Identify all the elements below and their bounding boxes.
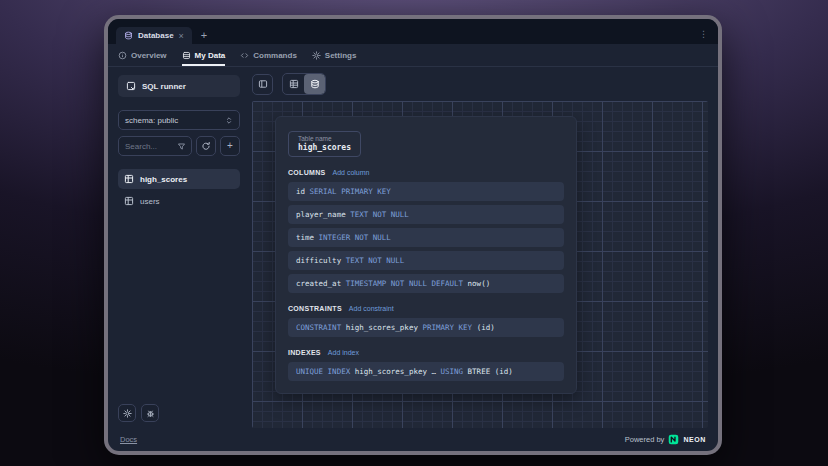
index-row[interactable]: UNIQUE INDEX high_scores_pkey … USING BT… xyxy=(288,362,564,381)
indexes-section-header: INDEXES Add index xyxy=(288,349,564,356)
table-name-field[interactable]: Table name high_scores xyxy=(288,131,361,157)
table-icon xyxy=(124,196,134,206)
add-table-button[interactable]: + xyxy=(220,136,240,156)
tab-commands-label: Commands xyxy=(253,51,297,60)
window-footer: Docs Powered by NEON xyxy=(108,428,718,451)
console-icon xyxy=(126,81,136,91)
filter-icon[interactable] xyxy=(177,142,186,151)
search-input[interactable] xyxy=(125,142,177,151)
table-item-label: high_scores xyxy=(140,175,187,184)
schema-select[interactable]: schema: public xyxy=(118,110,240,130)
bug-icon xyxy=(146,409,155,418)
tab-close-icon[interactable]: × xyxy=(179,31,184,41)
table-item-high-scores[interactable]: high_scores xyxy=(118,169,240,189)
constraints-list: CONSTRAINT high_scores_pkey PRIMARY KEY … xyxy=(288,318,564,337)
sidebar-bottom-actions xyxy=(118,404,240,422)
database-icon xyxy=(182,51,191,60)
indexes-header: INDEXES xyxy=(288,349,321,356)
columns-header: COLUMNS xyxy=(288,169,326,176)
add-constraint-link[interactable]: Add constraint xyxy=(349,305,394,312)
desktop-background: Database × + ⋮ Overview xyxy=(0,0,828,466)
tab-settings-label: Settings xyxy=(325,51,357,60)
table-item-users[interactable]: users xyxy=(118,191,240,211)
code-icon xyxy=(240,51,249,60)
gear-icon xyxy=(123,409,132,418)
tab-strip: Database × + ⋮ xyxy=(108,19,718,44)
table-editor-card: Table name high_scores COLUMNS Add colum… xyxy=(275,116,577,394)
add-column-link[interactable]: Add column xyxy=(333,169,370,176)
indexes-list: UNIQUE INDEX high_scores_pkey … USING BT… xyxy=(288,362,564,381)
powered-by-label: Powered by xyxy=(625,435,665,444)
grid-view-button[interactable] xyxy=(283,74,304,94)
tab-commands[interactable]: Commands xyxy=(240,44,297,66)
window-menu-icon[interactable]: ⋮ xyxy=(699,29,708,39)
tab-overview[interactable]: Overview xyxy=(118,44,167,66)
side-panel-toggle-button[interactable] xyxy=(252,74,273,95)
refresh-button[interactable] xyxy=(196,136,216,156)
table-icon xyxy=(124,174,134,184)
column-row[interactable]: difficulty TEXT NOT NULL xyxy=(288,251,564,270)
schema-view-button[interactable] xyxy=(304,74,325,94)
tab-overview-label: Overview xyxy=(131,51,167,60)
column-row[interactable]: created_at TIMESTAMP NOT NULL DEFAULT no… xyxy=(288,274,564,293)
database-app-window: Database × + ⋮ Overview xyxy=(108,19,718,451)
tab-title: Database xyxy=(138,31,174,40)
grid-view-icon xyxy=(289,79,299,89)
search-box[interactable] xyxy=(118,136,192,156)
column-row[interactable]: player_name TEXT NOT NULL xyxy=(288,205,564,224)
columns-list: id SERIAL PRIMARY KEY player_name TEXT N… xyxy=(288,182,564,293)
column-row[interactable]: id SERIAL PRIMARY KEY xyxy=(288,182,564,201)
docs-link[interactable]: Docs xyxy=(120,435,137,444)
main-area: Table name high_scores COLUMNS Add colum… xyxy=(246,67,718,428)
sql-runner-label: SQL runner xyxy=(142,82,186,91)
database-tab-icon xyxy=(124,31,133,40)
app-window-frame: Database × + ⋮ Overview xyxy=(104,15,722,455)
gear-icon xyxy=(312,51,321,60)
sql-runner-button[interactable]: SQL runner xyxy=(118,75,240,97)
info-icon xyxy=(118,51,127,60)
window-body: SQL runner schema: public xyxy=(108,67,718,428)
neon-logo-icon xyxy=(668,434,679,445)
table-name-value[interactable]: high_scores xyxy=(298,143,351,152)
neon-brand-label: NEON xyxy=(683,436,706,443)
new-tab-button[interactable]: + xyxy=(201,30,207,41)
view-mode-segmented-control xyxy=(282,73,326,95)
constraints-header: CONSTRAINTS xyxy=(288,305,342,312)
chevron-updown-icon xyxy=(225,116,233,125)
table-item-label: users xyxy=(140,197,160,206)
columns-section-header: COLUMNS Add column xyxy=(288,169,564,176)
bug-report-button[interactable] xyxy=(141,404,159,422)
nav-bar: Overview My Data xyxy=(108,44,718,67)
table-name-label: Table name xyxy=(298,135,351,142)
sidebar-spacer xyxy=(118,211,240,404)
add-index-link[interactable]: Add index xyxy=(328,349,359,356)
schema-select-value: schema: public xyxy=(125,116,178,125)
tab-database[interactable]: Database × xyxy=(116,27,192,44)
panel-icon xyxy=(258,79,268,89)
sidebar: SQL runner schema: public xyxy=(108,67,246,428)
constraints-section-header: CONSTRAINTS Add constraint xyxy=(288,305,564,312)
search-row: + xyxy=(118,136,240,156)
refresh-icon xyxy=(201,141,211,151)
tab-my-data[interactable]: My Data xyxy=(182,44,226,66)
constraint-row[interactable]: CONSTRAINT high_scores_pkey PRIMARY KEY … xyxy=(288,318,564,337)
schema-canvas[interactable]: Table name high_scores COLUMNS Add colum… xyxy=(252,101,708,428)
tab-settings[interactable]: Settings xyxy=(312,44,357,66)
table-list: high_scores users xyxy=(118,169,240,211)
schema-view-icon xyxy=(310,79,320,89)
powered-by-neon[interactable]: Powered by NEON xyxy=(625,434,706,445)
settings-button[interactable] xyxy=(118,404,136,422)
tab-my-data-label: My Data xyxy=(195,51,226,60)
canvas-toolbar xyxy=(252,73,708,95)
column-row[interactable]: time INTEGER NOT NULL xyxy=(288,228,564,247)
